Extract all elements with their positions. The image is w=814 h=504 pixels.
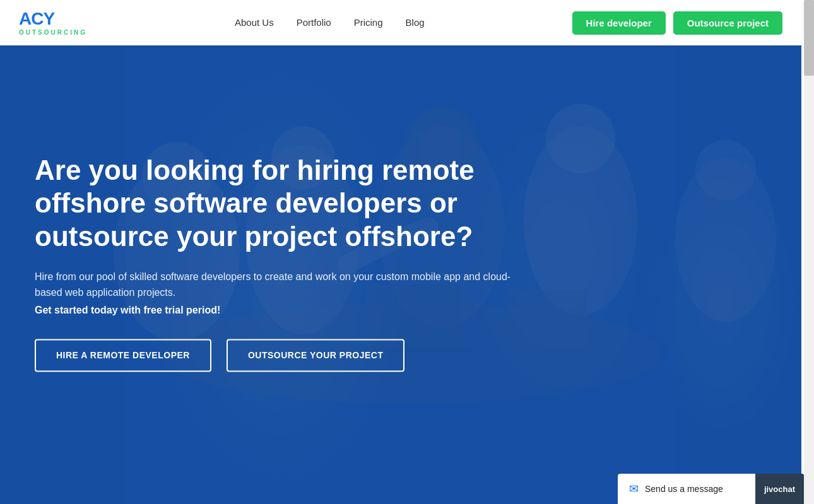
nav-item-blog[interactable]: Blog <box>406 17 425 28</box>
hero-buttons: HIRE A REMOTE DEVELOPER OUTSOURCE YOUR P… <box>35 339 577 372</box>
jivochat-message-area[interactable]: ✉ Send us a message <box>618 474 755 504</box>
logo-sub: OUTSOURCING <box>19 29 87 36</box>
hero-section: Are you looking for hiring remote offsho… <box>0 0 801 504</box>
hero-title: Are you looking for hiring remote offsho… <box>35 154 577 254</box>
jivochat-widget[interactable]: ✉ Send us a message jivochat <box>618 474 804 504</box>
hire-developer-button[interactable]: Hire developer <box>572 11 666 35</box>
jivochat-inner: ✉ Send us a message jivochat <box>618 474 804 504</box>
nav-buttons: Hire developer Outsource project <box>572 11 782 35</box>
outsource-your-project-button[interactable]: OUTSOURCE YOUR PROJECT <box>227 339 405 372</box>
nav-item-about[interactable]: About Us <box>235 17 274 28</box>
hire-remote-developer-button[interactable]: HIRE A REMOTE DEVELOPER <box>35 339 211 372</box>
logo-main: ACY <box>19 9 87 29</box>
nav-links: About Us Portfolio Pricing Blog <box>235 17 425 28</box>
nav-link-pricing[interactable]: Pricing <box>354 17 383 28</box>
nav-item-portfolio[interactable]: Portfolio <box>297 17 331 28</box>
scrollbar[interactable] <box>804 0 814 504</box>
jivochat-label: Send us a message <box>645 484 723 494</box>
nav-item-pricing[interactable]: Pricing <box>354 17 383 28</box>
outsource-project-button[interactable]: Outsource project <box>673 11 782 35</box>
envelope-icon: ✉ <box>629 482 639 496</box>
nav-link-blog[interactable]: Blog <box>406 17 425 28</box>
hero-content: Are you looking for hiring remote offsho… <box>35 154 577 372</box>
nav-link-about[interactable]: About Us <box>235 17 274 28</box>
nav-link-portfolio[interactable]: Portfolio <box>297 17 331 28</box>
logo-text: ACY OUTSOURCING <box>19 9 87 36</box>
hero-cta-text: Get started today with free trial period… <box>35 305 577 317</box>
jivochat-brand: jivochat <box>755 474 804 504</box>
scrollbar-thumb[interactable] <box>804 0 814 76</box>
logo[interactable]: ACY OUTSOURCING <box>19 9 87 36</box>
navbar: ACY OUTSOURCING About Us Portfolio Prici… <box>0 0 801 45</box>
hero-description: Hire from our pool of skilled software d… <box>35 269 527 301</box>
